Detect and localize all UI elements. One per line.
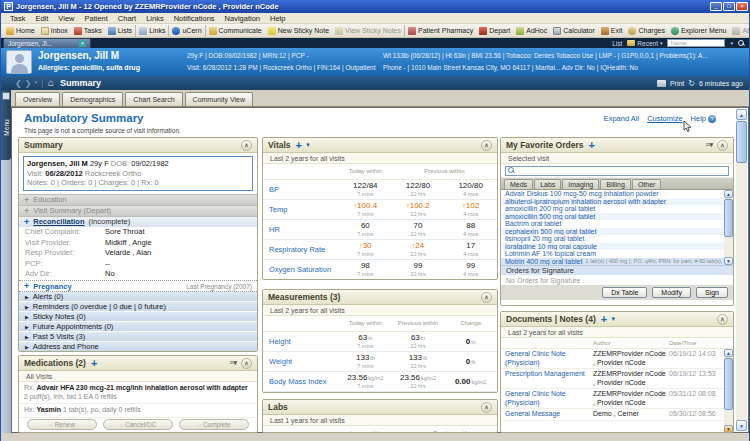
orders-tab[interactable]: Labs	[534, 179, 561, 189]
order-item[interactable]: amoxicillin 500 mg oral tablet	[501, 213, 724, 221]
menu-item[interactable]: Chart	[113, 14, 141, 23]
order-item[interactable]: amoxicillin 200 mg oral tablet	[501, 205, 724, 213]
menu-item[interactable]: Navigation	[220, 14, 265, 23]
collapse-icon[interactable]	[481, 292, 492, 303]
menu-item[interactable]: Patient	[79, 14, 112, 23]
orders-tab[interactable]: Imaging	[562, 179, 599, 189]
toolbar-button[interactable]: Communicate	[205, 25, 265, 37]
expander-row[interactable]: Address and Phone	[19, 342, 257, 352]
list-button[interactable]: List	[612, 40, 622, 47]
page-scrollbar[interactable]: ▲ ▼	[736, 109, 747, 431]
scrollbar-thumb[interactable]	[736, 121, 747, 163]
document-row[interactable]: General Message Demo , Cerner 05/30/12 0…	[501, 409, 724, 421]
orders-filter[interactable]: Selected visit	[501, 153, 733, 164]
expander-row[interactable]: Alerts (0)	[19, 292, 257, 302]
order-item[interactable]: cephalexin 500 mg oral tablet	[501, 228, 724, 236]
orders-action-button[interactable]: Modify	[652, 287, 691, 298]
expander-row[interactable]: Sticky Notes (0)	[19, 312, 257, 322]
toolbar-button[interactable]: Exit	[598, 25, 626, 37]
menu-item[interactable]: Notifications	[169, 14, 220, 23]
measurement-row[interactable]: Body Mass Index 23.56kg/m27 mins 23.56kg…	[263, 372, 497, 392]
toolbar-button[interactable]: Charges	[625, 25, 667, 37]
toolbar-button[interactable]: View Sticky Notes	[332, 25, 404, 37]
search-icon[interactable]	[738, 40, 745, 47]
scrollbar-thumb[interactable]	[724, 358, 733, 410]
toolbar-button[interactable]: Links	[135, 25, 168, 37]
measurement-row[interactable]: Weight 133lb7 mins 133lb22 hrs 0lb	[263, 352, 497, 372]
scroll-down-icon[interactable]: ▼	[724, 425, 733, 433]
expander-row[interactable]: Past 5 Visits (3)	[19, 332, 257, 342]
medication-item[interactable]: Rx: Advair HFA 230 mcg-21 mcg/inh inhala…	[19, 382, 257, 404]
toolbar-button[interactable]: uCern	[168, 25, 204, 37]
visit-summary-action[interactable]: Visit Summary (Depart)	[19, 205, 257, 216]
panel-menu-icon[interactable]	[705, 141, 713, 149]
add-icon[interactable]	[91, 358, 97, 368]
patient-chart-tab[interactable]: Jorgensen, Ji... ×	[3, 38, 91, 48]
documents-filter[interactable]: Last 2 years for all visits	[501, 327, 733, 338]
refresh-icon[interactable]: ↻	[688, 79, 695, 88]
forward-icon[interactable]: ❯	[25, 79, 32, 88]
toolbar-button[interactable]: New Sticky Note	[265, 25, 332, 37]
maximize-button[interactable]: □	[723, 2, 735, 11]
order-item[interactable]: loratadine 10 mg oral capsule	[501, 243, 724, 251]
toolbar-button[interactable]: Calculator	[550, 25, 598, 37]
collapse-icon[interactable]	[481, 402, 492, 413]
back-icon[interactable]: ❮	[15, 79, 22, 88]
document-row[interactable]: Prescription Management ZZEMRProvider nC…	[501, 369, 724, 389]
collapse-icon[interactable]	[717, 314, 728, 325]
labs-filter[interactable]: Last 1 years for all visits	[263, 415, 497, 426]
vitals-row[interactable]: Respiratory Rate 307 mins 2422 hrs 174 m…	[263, 240, 497, 260]
medication-action-button[interactable]: ◌ Complete	[179, 419, 249, 430]
reconciliation-action[interactable]: Reconciliation (Incomplete)	[19, 216, 257, 227]
menu-item[interactable]: Help	[265, 14, 290, 23]
view-tab[interactable]: Demographics	[62, 92, 123, 106]
menu-item[interactable]: Links	[141, 14, 169, 23]
measurement-row[interactable]: Height 63in7 mins 63in22 hrs 0in	[263, 332, 497, 352]
title-bar[interactable]: P Jorgensen, Jill M - 12 Opened by ZZEMR…	[1, 0, 750, 13]
view-tab[interactable]: Overview	[15, 92, 60, 106]
menu-item[interactable]: View	[53, 14, 79, 23]
orders-search-input[interactable]	[505, 166, 729, 176]
vitals-row[interactable]: Temp 100.47 mins 100.222 hrs 1024 mos	[263, 200, 497, 220]
order-item[interactable]: lisinopril 20 mg oral tablet	[501, 235, 724, 243]
pregnancy-action[interactable]: Pregnancy Last Pregnancy (2007)	[19, 280, 257, 292]
page-link[interactable]: Expand All	[604, 114, 639, 123]
order-item[interactable]: Advair Diskus 100 mcg-50 mcg inhalation …	[501, 190, 724, 198]
orders-scrollbar[interactable]: ▲ ▼	[724, 190, 733, 265]
medication-action-button[interactable]: ◌ Cancel/DC	[103, 419, 173, 430]
toolbar-button[interactable]: AdHoc	[513, 25, 550, 37]
order-item[interactable]: Motrin 400 mg oral tablet 1 tab(s) ( 400…	[501, 258, 724, 266]
scroll-up-icon[interactable]: ▲	[724, 349, 733, 357]
toolbar-button[interactable]: Patient Pharmacy	[404, 25, 476, 37]
print-button[interactable]: Print	[670, 80, 684, 87]
document-row[interactable]: General Clinic Note (Physician) ZZEMRPro…	[501, 389, 724, 409]
measurements-filter[interactable]: Last 2 years for all visits	[263, 305, 497, 316]
menu-item[interactable]: Edit	[30, 14, 53, 23]
education-action[interactable]: Education	[19, 194, 257, 205]
page-link[interactable]: Customize	[647, 114, 682, 123]
add-icon[interactable]	[296, 140, 302, 150]
vitals-filter[interactable]: Last 2 years for all visits	[263, 153, 497, 164]
document-row[interactable]: General Clinic Note (Physician) ZZEMRPro…	[501, 349, 724, 369]
orders-tab[interactable]: Billing	[600, 179, 631, 189]
scrollbar-thumb[interactable]	[724, 199, 733, 237]
order-item[interactable]: albuterol-ipratropium inhalation aerosol…	[501, 198, 724, 206]
page-link[interactable]: Help	[691, 114, 716, 123]
panel-menu-icon[interactable]	[229, 359, 237, 367]
order-item[interactable]: Bactrim oral tablet	[501, 220, 724, 228]
menu-flyout-tab[interactable]: Menu	[1, 90, 11, 160]
medications-filter[interactable]: All Visits	[19, 371, 257, 382]
chevron-down-icon[interactable]	[305, 142, 311, 148]
vitals-row[interactable]: HR 607 mins 7022 hrs 884 mos	[263, 220, 497, 240]
vitals-row[interactable]: BP 122/847 mins 122/8022 hrs 120/804 mos	[263, 180, 497, 200]
orders-tab[interactable]: Other	[632, 179, 662, 189]
collapse-icon[interactable]	[241, 140, 252, 151]
medication-action-button[interactable]: ◌ Renew	[27, 419, 97, 430]
medication-item[interactable]: Hx: Yasmin 1 tab(s), po, daily 0 refills	[19, 404, 257, 418]
orders-action-button[interactable]: Sign	[696, 287, 728, 298]
orders-tab[interactable]: Meds	[504, 179, 533, 189]
toolbar-button[interactable]: Attach	[729, 25, 750, 37]
close-button[interactable]: ×	[736, 2, 748, 11]
add-icon[interactable]	[601, 314, 607, 324]
toolbar-button[interactable]: Depart	[476, 25, 513, 37]
